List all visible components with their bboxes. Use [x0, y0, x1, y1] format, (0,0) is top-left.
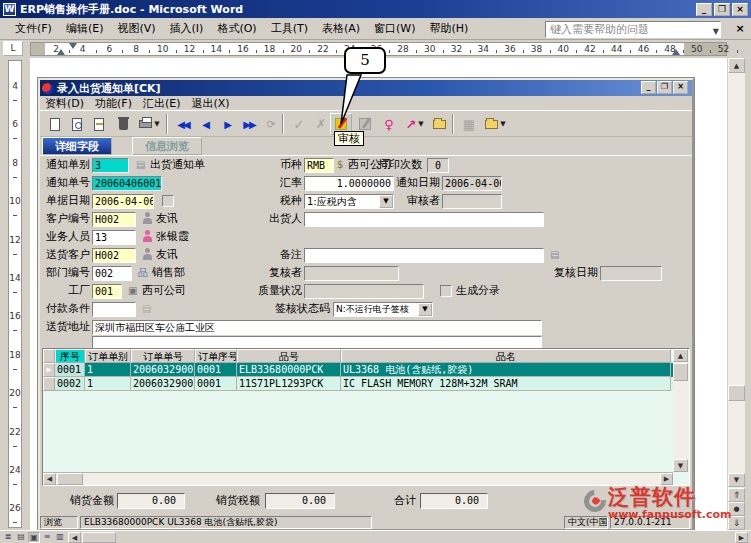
hanging-indent-marker[interactable]: [57, 49, 65, 55]
person-icon[interactable]: [142, 230, 153, 242]
reading-view-icon[interactable]: ▥: [54, 532, 66, 543]
close-document-icon[interactable]: ×: [733, 22, 747, 36]
erp-close-button[interactable]: ×: [673, 81, 688, 94]
print-dropdown[interactable]: ▼: [152, 113, 162, 135]
payment-field[interactable]: [92, 302, 136, 317]
factory-field[interactable]: 001: [92, 284, 122, 299]
doc-date-checkbox[interactable]: [162, 195, 174, 207]
chevron-down-icon[interactable]: ▼: [713, 24, 719, 39]
notice-type-field[interactable]: 3: [92, 158, 129, 173]
currency-field[interactable]: RMB: [304, 158, 334, 173]
word-vertical-scrollbar[interactable]: ▲ ▼ ⇑ ● ⇓: [728, 58, 745, 530]
web-layout-icon[interactable]: ▤: [15, 532, 27, 543]
menu-table[interactable]: 表格(A): [315, 18, 367, 39]
doc-date-field[interactable]: 2006-04-06: [92, 194, 154, 209]
erp-menu-data[interactable]: 资料(D): [40, 96, 90, 111]
scroll-down-icon[interactable]: ▼: [673, 459, 688, 472]
menu-help[interactable]: 帮助(H): [423, 18, 476, 39]
delivery-customer-field[interactable]: H002: [92, 248, 136, 263]
person-icon[interactable]: [142, 248, 153, 260]
nav-last-button[interactable]: ▶▶: [238, 113, 260, 135]
tab-info-browse[interactable]: 信息浏览: [132, 137, 202, 155]
ruler-number: 8: [9, 158, 21, 168]
outline-view-icon[interactable]: ≡: [41, 532, 53, 543]
minimize-button[interactable]: _: [696, 3, 712, 16]
table-row[interactable]: ▶ 0001 1 20060329002 0001 ELB33680000PCK…: [43, 363, 673, 377]
menu-tools[interactable]: 工具(T): [264, 18, 315, 39]
customer-field[interactable]: H002: [92, 212, 136, 227]
trend-dropdown[interactable]: ▼: [416, 113, 426, 135]
nav-next-button[interactable]: ▶: [216, 113, 238, 135]
org-icon[interactable]: 品: [138, 266, 148, 280]
nav-prev-button[interactable]: ◀: [194, 113, 216, 135]
remark-field[interactable]: [304, 248, 544, 263]
void-button[interactable]: ♀: [378, 113, 400, 135]
tax-select[interactable]: 1:应税内含▼: [304, 194, 394, 209]
scroll-thumb[interactable]: [728, 385, 745, 401]
import-dropdown[interactable]: ▼: [498, 113, 508, 135]
scroll-thumb[interactable]: [673, 363, 688, 381]
right-indent-marker[interactable]: [672, 49, 680, 55]
chevron-down-icon[interactable]: ▼: [418, 303, 432, 316]
erp-menu-exit[interactable]: 退出(X): [187, 96, 236, 111]
dept-field[interactable]: 002: [92, 266, 132, 281]
menu-edit[interactable]: 编辑(E): [59, 18, 111, 39]
sign-status-select[interactable]: N:不运行电子签核▼: [333, 302, 433, 317]
col-item-no[interactable]: 品号: [237, 349, 341, 363]
table-horizontal-scrollbar[interactable]: ◀ ▶: [43, 472, 673, 485]
col-order-type[interactable]: 订单单别: [85, 349, 131, 363]
confirm-button[interactable]: ✓: [288, 113, 310, 135]
scroll-up-icon[interactable]: ▲: [673, 349, 688, 362]
scroll-left-icon[interactable]: ◀: [43, 473, 56, 485]
menu-insert[interactable]: 插入(I): [163, 18, 211, 39]
erp-minimize-button[interactable]: _: [641, 81, 656, 94]
rate-field[interactable]: 1.0000000: [304, 176, 394, 191]
refresh-button[interactable]: ⟳: [260, 113, 282, 135]
folder-button[interactable]: [428, 113, 450, 135]
ruler-number: 24: [9, 465, 21, 475]
chevron-down-icon[interactable]: ▼: [379, 195, 393, 208]
nav-first-button[interactable]: ◀◀: [172, 113, 194, 135]
notice-no-field[interactable]: 20060406001: [92, 176, 162, 191]
scroll-down-icon[interactable]: ▼: [728, 473, 745, 487]
scroll-thumb[interactable]: [57, 473, 83, 485]
person-icon[interactable]: [142, 212, 153, 224]
gen-entry-checkbox[interactable]: [440, 285, 452, 297]
erp-menu-function[interactable]: 功能(F): [90, 96, 138, 111]
menu-window[interactable]: 窗口(W): [367, 18, 422, 39]
scroll-right-icon[interactable]: ▶: [735, 532, 748, 543]
scroll-left-icon[interactable]: ◀: [68, 532, 81, 543]
restore-button[interactable]: ❐: [714, 3, 730, 16]
help-question-input[interactable]: 键入需要帮助的问题 ▼: [545, 21, 721, 38]
scroll-up-icon[interactable]: ▲: [728, 58, 745, 73]
col-order-no[interactable]: 订单单号: [131, 349, 195, 363]
col-seq[interactable]: 序号: [55, 349, 85, 363]
menu-file[interactable]: 文件(F): [8, 18, 59, 39]
new-button[interactable]: [44, 113, 66, 135]
col-order-seq[interactable]: 订单序号: [195, 349, 237, 363]
table-row[interactable]: 0002 1 20060329003 0001 11S71PL1293PCK I…: [43, 377, 673, 391]
salesperson-field[interactable]: 13: [92, 230, 136, 245]
menu-format[interactable]: 格式(O): [210, 18, 263, 39]
erp-restore-button[interactable]: ❐: [657, 81, 672, 94]
delete-button[interactable]: [112, 113, 134, 135]
close-button[interactable]: ×: [732, 3, 748, 16]
erp-menu-export[interactable]: 汇出(E): [138, 96, 187, 111]
address-field[interactable]: 深圳市福田区车公庙工业区: [92, 320, 542, 335]
print-layout-icon[interactable]: ▣: [28, 532, 40, 543]
factory-icon[interactable]: ▣: [128, 284, 137, 298]
note-icon[interactable]: ▤: [550, 248, 559, 262]
scroll-right-icon[interactable]: ▶: [660, 473, 673, 485]
shipper-field[interactable]: [304, 212, 544, 227]
normal-view-icon[interactable]: ≣: [2, 532, 14, 543]
tab-stop-selector[interactable]: L: [3, 41, 23, 56]
edit-button[interactable]: [88, 113, 110, 135]
grid-button[interactable]: ▦: [458, 113, 480, 135]
preview-button[interactable]: [66, 113, 88, 135]
col-item-name[interactable]: 品名: [341, 349, 671, 363]
first-line-indent-marker[interactable]: [69, 43, 77, 49]
tab-detail-fields[interactable]: 详细字段: [42, 137, 112, 155]
table-vertical-scrollbar[interactable]: ▲ ▼: [673, 349, 689, 472]
menu-view[interactable]: 视图(V): [110, 18, 162, 39]
scroll-thumb[interactable]: [82, 532, 116, 543]
